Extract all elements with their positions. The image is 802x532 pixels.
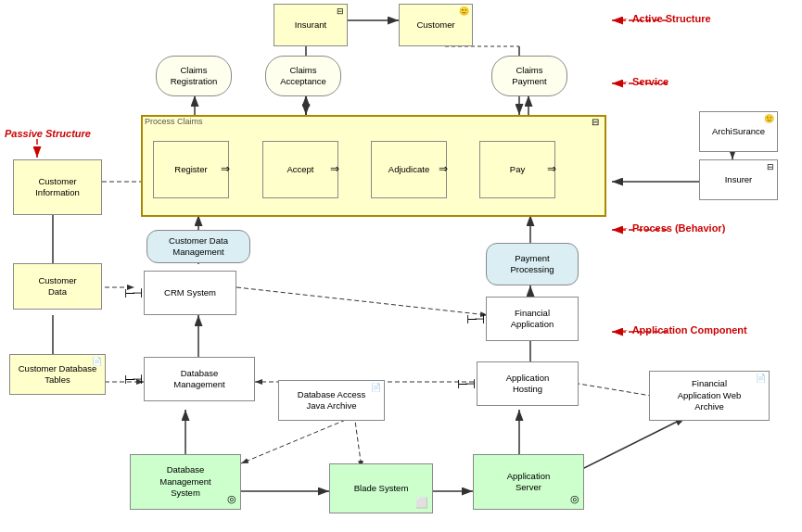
- blade-system-box: ⬜ Blade System: [329, 463, 433, 513]
- customer-data-management-box: Customer DataManagement: [146, 230, 250, 263]
- arrows-overlay: [0, 0, 802, 532]
- svg-line-34: [241, 417, 352, 463]
- insurant-box: ⊟ Insurant: [274, 4, 348, 46]
- diagram: Passive Structure ← Active Structure ← S…: [0, 0, 802, 532]
- customer-information-label: CustomerInformation: [35, 176, 80, 199]
- archisurance-label: ArchiSurance: [712, 126, 765, 137]
- application-hosting-label: ApplicationHosting: [506, 373, 549, 396]
- service-label: ← Service: [619, 76, 668, 87]
- customer-label: Customer: [416, 19, 454, 31]
- insurer-box: ⊟ Insurer: [699, 159, 778, 200]
- payment-processing-label: PaymentProcessing: [511, 253, 554, 276]
- application-server-box: ◎ ApplicationServer: [473, 454, 584, 510]
- svg-line-36: [575, 417, 686, 473]
- financial-application-box: ⊣ ⊢ FinancialApplication: [486, 297, 579, 341]
- database-access-java-archive-box: 📄 Database AccessJava Archive: [278, 380, 385, 421]
- database-access-java-archive-label: Database AccessJava Archive: [298, 389, 365, 412]
- database-management-system-label: DatabaseManagementSystem: [159, 464, 210, 499]
- claims-acceptance-label: ClaimsAcceptance: [280, 65, 326, 88]
- database-management-box: ⊣ ⊢ DatabaseManagement: [144, 357, 255, 401]
- financial-application-label: FinancialApplication: [511, 308, 554, 331]
- customer-box: 🙂 Customer: [399, 4, 473, 46]
- database-management-system-box: ◎ DatabaseManagementSystem: [130, 454, 241, 510]
- customer-information-box: CustomerInformation: [13, 159, 102, 215]
- database-management-label: DatabaseManagement: [173, 368, 224, 391]
- customer-database-tables-box: 📄 Customer DatabaseTables: [9, 354, 106, 395]
- pay-box: Pay ⇒: [479, 141, 555, 198]
- process-claims-label: Process Claims: [145, 117, 203, 126]
- financial-application-web-archive-label: FinancialApplication WebArchive: [678, 378, 741, 412]
- application-component-label: ← Application Component: [619, 324, 747, 336]
- financial-application-web-archive-box: 📄 FinancialApplication WebArchive: [649, 371, 770, 421]
- pay-label: Pay: [510, 164, 525, 175]
- process-behavior-label: ← Process (Behavior): [619, 222, 725, 234]
- adjudicate-label: Adjudicate: [388, 164, 429, 175]
- claims-payment-box: ClaimsPayment: [491, 56, 567, 96]
- customer-data-box: CustomerData: [13, 263, 102, 310]
- insurant-label: Insurant: [295, 19, 326, 31]
- claims-acceptance-box: ClaimsAcceptance: [265, 56, 341, 96]
- accept-box: Accept ⇒: [262, 141, 338, 198]
- passive-structure-label: Passive Structure: [5, 128, 91, 139]
- blade-system-label: Blade System: [354, 483, 409, 494]
- claims-payment-label: ClaimsPayment: [512, 65, 547, 88]
- customer-database-tables-label: Customer DatabaseTables: [19, 363, 96, 386]
- customer-data-management-label: Customer DataManagement: [169, 235, 228, 259]
- insurer-label: Insurer: [725, 174, 753, 185]
- customer-data-label: CustomerData: [38, 275, 76, 298]
- svg-line-28: [236, 287, 488, 315]
- application-hosting-box: ⊣ ⊢ ApplicationHosting: [477, 361, 579, 406]
- adjudicate-box: Adjudicate ⇒: [371, 141, 447, 198]
- payment-processing-box: PaymentProcessing: [486, 243, 579, 285]
- active-structure-label: ← Active Structure: [619, 13, 711, 24]
- accept-label: Accept: [286, 164, 313, 175]
- crm-system-box: ⊣ ⊢ CRM System: [144, 271, 236, 315]
- claims-registration-box: ClaimsRegistration: [156, 56, 232, 96]
- application-server-label: ApplicationServer: [507, 471, 550, 494]
- register-label: Register: [174, 164, 207, 175]
- crm-system-label: CRM System: [164, 287, 216, 298]
- claims-registration-label: ClaimsRegistration: [171, 65, 218, 88]
- archisurance-box: 🙂 ArchiSurance: [699, 111, 778, 152]
- register-box: Register ⇒: [153, 141, 229, 198]
- process-claims-icon: ⊟: [592, 117, 599, 127]
